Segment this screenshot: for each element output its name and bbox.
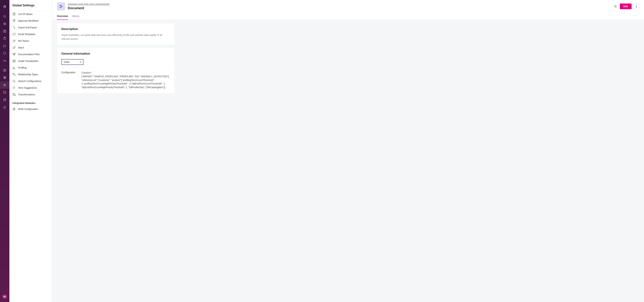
nav-checkbox[interactable] [0, 89, 10, 96]
sidebar-item-approval-workflows[interactable]: Approval Workflows [10, 17, 52, 24]
teams-icon [12, 39, 16, 42]
sidebar-item-label: Approval Workflows [18, 19, 39, 22]
svg-point-1 [4, 15, 6, 17]
sidebar-item-slack[interactable]: Slack [10, 44, 52, 51]
share-button[interactable] [612, 3, 618, 9]
svg-rect-30 [13, 73, 14, 74]
main: 00000000-0000-0000-0000-000000000006 Doc… [52, 0, 644, 302]
sliders-icon [12, 107, 16, 111]
nav-model[interactable] [0, 42, 10, 50]
user-avatar[interactable]: RK [2, 294, 7, 299]
sidebar-item-profiling[interactable]: Profiling [10, 64, 52, 71]
nav-shield[interactable] [0, 50, 10, 57]
tabs: Overview History [57, 13, 639, 20]
bell-icon [3, 105, 6, 109]
zoom-list-icon [3, 59, 6, 62]
document-title: Document [68, 6, 610, 10]
edit-button[interactable]: Edit [620, 3, 632, 9]
svg-rect-19 [13, 40, 14, 42]
svg-point-22 [14, 47, 15, 47]
tab-overview[interactable]: Overview [57, 13, 68, 20]
chart-icon [12, 66, 16, 69]
svg-rect-12 [4, 91, 6, 93]
svg-point-3 [4, 23, 5, 24]
svg-rect-38 [60, 5, 61, 6]
description-title: Description [62, 27, 170, 31]
svg-rect-39 [60, 7, 61, 8]
search-icon [3, 15, 6, 18]
sidebar-item-search-configurations[interactable]: Search Configurations [10, 78, 52, 84]
svg-rect-31 [14, 75, 16, 76]
svg-point-0 [4, 5, 6, 8]
comment-icon [12, 32, 16, 36]
activity-box-icon [3, 98, 6, 101]
order-field[interactable]: Order 3 [62, 59, 84, 65]
sidebar-item-label: Profiling [18, 66, 27, 69]
sidebar-item-list-of-values[interactable]: List Of Values [10, 11, 52, 17]
document-uuid[interactable]: 00000000-0000-0000-0000-000000000006 [68, 3, 110, 6]
sidebar-item-label: MS Teams [18, 39, 29, 42]
svg-point-45 [636, 6, 636, 6]
nav-inspect[interactable] [0, 57, 10, 64]
svg-point-2 [4, 23, 6, 25]
nav-clipboard[interactable] [0, 35, 10, 42]
sidebar-item-label: Import And Export [18, 26, 37, 29]
svg-point-14 [13, 13, 15, 14]
nav-notifications[interactable] [0, 103, 10, 111]
nav-glossary[interactable] [0, 27, 10, 35]
sidebar-item-email-templates[interactable]: Email Templates [10, 31, 52, 37]
more-actions-button[interactable] [633, 3, 639, 9]
tab-history[interactable]: History [72, 13, 80, 20]
sidebar-item-documentation-flow[interactable]: Documentation Flow [10, 51, 52, 58]
sidebar-item-ms-teams[interactable]: MS Teams [10, 37, 52, 44]
main-header: 00000000-0000-0000-0000-000000000006 Doc… [52, 0, 644, 20]
workflow-icon [12, 19, 16, 22]
sidebar-item-term-suggestions[interactable]: Term Suggestions [10, 84, 52, 91]
svg-point-32 [13, 80, 15, 82]
checkbox-icon [3, 91, 6, 94]
nav-globe[interactable] [0, 74, 10, 81]
svg-rect-28 [13, 61, 14, 62]
svg-point-20 [14, 40, 15, 40]
sidebar-item-import-export[interactable]: Import And Export [10, 24, 52, 31]
sidebar-body: List Of Values Approval Workflows Import… [10, 11, 52, 302]
svg-rect-26 [13, 60, 14, 61]
globe-icon [3, 76, 6, 79]
svg-point-46 [636, 7, 636, 7]
description-card: Description Import metadata, run quick d… [57, 23, 174, 45]
nav-list[interactable] [0, 66, 10, 74]
kebab-icon [635, 5, 638, 8]
nav-rail: RK [0, 0, 10, 302]
sidebar-item-label: Slack [18, 46, 24, 49]
general-info-title: General information [62, 52, 170, 55]
list-icon [3, 68, 6, 72]
svg-point-35 [13, 108, 14, 109]
model-icon [3, 44, 6, 48]
svg-point-11 [4, 85, 5, 85]
app-logo[interactable] [0, 2, 10, 11]
general-info-card: General information Order 3 Configuratio… [57, 48, 174, 93]
nav-settings[interactable] [0, 81, 10, 89]
sidebar-item-relationship-types[interactable]: Relationship Types [10, 71, 52, 78]
flow-icon [12, 53, 16, 56]
transform-icon [12, 93, 16, 96]
share-icon [614, 5, 617, 8]
sidebar-item-label: List Of Values [18, 13, 32, 15]
import-export-icon [12, 26, 16, 29]
sidebar-item-label: Search Configurations [18, 80, 42, 82]
nav-monitor[interactable] [0, 96, 10, 103]
configuration-value: {"actions" : ["IMPORT","SAMPLE_PROFILING… [82, 71, 170, 89]
configuration-label: Configuration [62, 71, 78, 74]
sidebar-item-transformations[interactable]: Transformations [10, 91, 52, 98]
sidebar-item-rdm-configuration[interactable]: RDM Configuration [10, 106, 52, 112]
search-icon [12, 79, 16, 83]
sidebar-item-graph-visualization[interactable]: Graph Visualization [10, 58, 52, 64]
grid-icon [12, 59, 16, 63]
svg-rect-34 [14, 95, 16, 96]
document-type-icon [57, 2, 65, 10]
order-label: Order [64, 61, 70, 63]
nav-search[interactable] [0, 13, 10, 20]
nav-target[interactable] [0, 20, 10, 27]
svg-rect-21 [13, 47, 14, 49]
sidebar: Global Settings List Of Values Approval … [10, 0, 52, 302]
